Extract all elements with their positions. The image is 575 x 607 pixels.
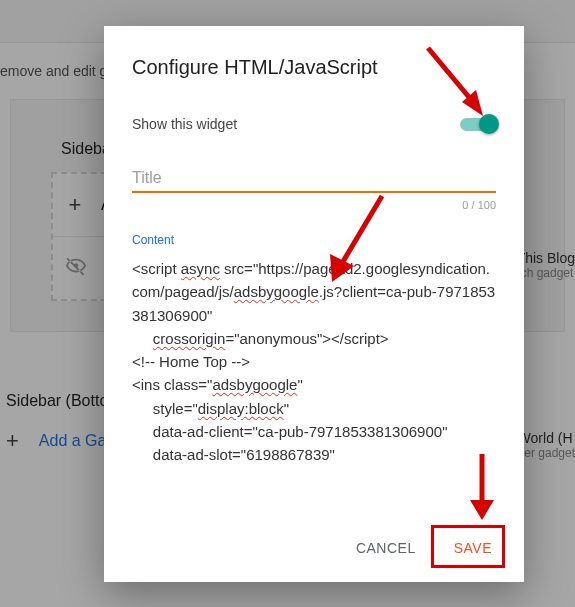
bg-gadget-sub: der gadget [518, 446, 575, 460]
bg-gadget-title: This Blog [517, 250, 575, 266]
configure-widget-dialog: Configure HTML/JavaScript Show this widg… [104, 26, 524, 582]
hidden-eye-icon [65, 255, 87, 281]
plus-icon: + [6, 428, 19, 454]
dialog-body-scroll[interactable]: Show this widget 0 / 100 Content <script… [104, 97, 524, 518]
bg-gadget-sub: rch gadget [517, 266, 575, 280]
widget-title-input[interactable] [132, 165, 496, 193]
plus-icon: + [65, 192, 85, 218]
toggle-knob [479, 114, 499, 134]
bg-gadget-title: World (H [518, 430, 575, 446]
content-label: Content [132, 233, 496, 247]
dialog-title: Configure HTML/JavaScript [104, 26, 524, 79]
show-widget-toggle[interactable] [460, 115, 496, 133]
widget-content-textarea[interactable]: <script async src="https://pagead2.googl… [132, 257, 496, 486]
save-button[interactable]: SAVE [440, 532, 506, 564]
dialog-actions: CANCEL SAVE [104, 518, 524, 582]
cancel-button[interactable]: CANCEL [342, 532, 430, 564]
show-widget-label: Show this widget [132, 116, 237, 132]
char-count: 0 / 100 [132, 199, 496, 211]
